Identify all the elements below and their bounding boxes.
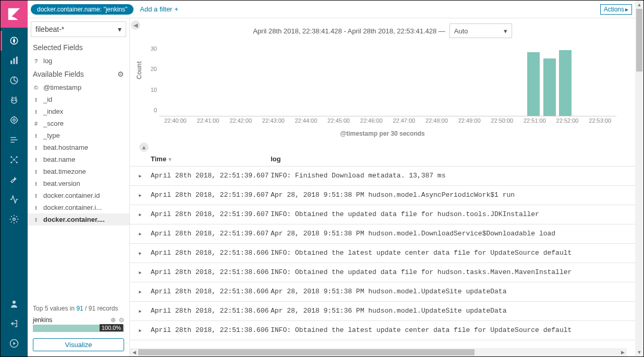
chart-bar[interactable] [527, 52, 540, 116]
nav-monitoring-icon[interactable] [1, 189, 28, 209]
field-type-icon: t [33, 205, 39, 211]
nav-user-icon[interactable] [1, 294, 28, 314]
nav-apm-icon[interactable] [1, 110, 28, 130]
expand-row-icon[interactable]: ▸ [130, 249, 151, 257]
field-row[interactable]: ?log [28, 55, 129, 67]
chevron-right-icon: ▸ [625, 6, 628, 13]
content-area: ◀ April 28th 2018, 22:38:41.428 - April … [130, 18, 635, 348]
add-filter-link[interactable]: Add a filter + [140, 5, 178, 13]
cell-log: INFO: Obtained the updated data file for… [271, 268, 635, 277]
field-value-name: jenkins [33, 316, 52, 324]
scroll-left-icon[interactable]: ◀ [130, 348, 138, 356]
col-log-header[interactable]: log [271, 155, 635, 163]
field-row[interactable]: tbeat.hostname [28, 141, 129, 153]
visualize-button[interactable]: Visualize [33, 338, 124, 351]
expand-row-icon[interactable]: ▸ [130, 268, 151, 277]
col-time-header[interactable]: Time▼ [151, 155, 271, 163]
cell-time: April 28th 2018, 22:51:38.606 [151, 249, 271, 257]
field-row[interactable]: tdocker.container.id [28, 189, 129, 201]
field-row[interactable]: ©@timestamp [28, 81, 129, 93]
expand-row-icon[interactable]: ▸ [130, 288, 151, 296]
field-row[interactable]: tdocker.container.i... [28, 201, 129, 213]
actions-button[interactable]: Actions ▸ [600, 4, 632, 15]
nav-timelion-icon[interactable] [1, 90, 28, 110]
field-row[interactable]: t_type [28, 129, 129, 141]
filter-bar: docker.container.name: "jenkins" Add a f… [28, 1, 635, 18]
fields-sidebar: filebeat-* ▾ Selected Fields ?log Availa… [28, 18, 130, 356]
collapse-chart-icon[interactable]: ▲ [139, 142, 149, 152]
field-name: _id [43, 96, 52, 103]
field-name: docker.container.id [43, 192, 100, 199]
collapse-sidebar-icon[interactable]: ◀ [131, 20, 140, 30]
kibana-logo[interactable] [1, 1, 28, 28]
filter-minus-icon[interactable]: ⊖ [119, 316, 124, 324]
field-name: _score [43, 120, 64, 127]
add-filter-label: Add a filter [140, 5, 172, 13]
field-name: _index [43, 108, 63, 115]
chart-bar[interactable] [559, 50, 572, 116]
field-type-icon: t [33, 133, 39, 139]
time-range-label: April 28th 2018, 22:38:41.428 - April 28… [138, 23, 627, 38]
nav-visualize-icon[interactable] [1, 51, 28, 70]
scroll-right-icon[interactable]: ▶ [618, 348, 627, 356]
cell-log: Apr 28, 2018 9:51:38 PM hudson.model.Upd… [271, 288, 635, 296]
scroll-thumb[interactable] [138, 349, 475, 355]
scroll-up-icon[interactable]: ▲ [635, 1, 643, 9]
y-tick: 30 [151, 45, 157, 52]
table-row: ▸April 28th 2018, 22:51:39.607INFO: Obta… [130, 205, 635, 224]
horizontal-scrollbar[interactable]: ◀ ▶ [130, 348, 627, 356]
nav-collapse-icon[interactable] [1, 334, 28, 353]
left-nav-rail [1, 1, 28, 356]
histogram-chart[interactable]: Count 0102030 22:40:0022:41:0022:42:0022… [159, 44, 616, 128]
filter-pill[interactable]: docker.container.name: "jenkins" [31, 4, 133, 15]
nav-dashboard-icon[interactable] [1, 70, 28, 90]
nav-list-icon[interactable] [1, 130, 28, 150]
chart-area: ◀ April 28th 2018, 22:38:41.428 - April … [130, 18, 635, 152]
field-row[interactable]: tbeat.name [28, 153, 129, 165]
expand-row-icon[interactable]: ▸ [130, 210, 151, 219]
cell-log: INFO: Obtained the latest update center … [271, 326, 635, 335]
field-row[interactable]: tbeat.timezone [28, 165, 129, 177]
gear-icon[interactable]: ⚙ [117, 70, 124, 78]
nav-management-icon[interactable] [1, 209, 28, 229]
table-row: ▸April 28th 2018, 22:51:38.606Apr 28, 20… [130, 302, 635, 321]
nav-discover-icon[interactable] [1, 31, 28, 51]
field-row[interactable]: t_index [28, 105, 129, 117]
y-axis-label: Count [136, 61, 143, 79]
nav-devtools-icon[interactable] [1, 170, 28, 189]
interval-select[interactable]: Auto ▾ [449, 23, 512, 38]
field-row[interactable]: #_score [28, 117, 129, 129]
nav-logout-icon[interactable] [1, 314, 28, 334]
table-row: ▸April 28th 2018, 22:51:39.607Apr 28, 20… [130, 186, 635, 205]
field-row[interactable]: tbeat.version [28, 177, 129, 189]
scroll-thumb[interactable] [636, 9, 642, 72]
field-row[interactable]: t_id [28, 93, 129, 105]
table-row: ▸April 28th 2018, 22:51:38.606INFO: Obta… [130, 263, 635, 282]
svg-rect-4 [16, 57, 18, 64]
x-tick: 22:43:00 [262, 117, 285, 124]
field-type-icon: t [33, 193, 39, 199]
expand-row-icon[interactable]: ▸ [130, 307, 151, 315]
selected-fields-title: Selected Fields [28, 40, 129, 55]
filter-plus-icon[interactable]: ⊕ [111, 316, 116, 324]
x-tick: 22:44:00 [295, 117, 317, 124]
field-row[interactable]: tdocker.container.... [28, 213, 129, 225]
scroll-down-icon[interactable]: ▼ [635, 348, 643, 356]
cell-time: April 28th 2018, 22:51:39.607 [151, 191, 271, 199]
caret-down-icon: ▾ [504, 27, 507, 35]
svg-rect-3 [14, 58, 15, 64]
y-tick: 20 [151, 66, 157, 72]
field-type-icon: t [33, 217, 39, 223]
svg-point-20 [13, 301, 16, 304]
vertical-scrollbar[interactable]: ▲ ▼ [635, 1, 643, 356]
field-type-icon: t [33, 169, 39, 175]
expand-row-icon[interactable]: ▸ [130, 326, 151, 335]
svg-point-7 [13, 100, 14, 101]
interval-value: Auto [454, 27, 468, 35]
nav-ml-icon[interactable] [1, 150, 28, 170]
expand-row-icon[interactable]: ▸ [130, 230, 151, 238]
index-pattern-select[interactable]: filebeat-* ▾ [31, 21, 126, 37]
expand-row-icon[interactable]: ▸ [130, 172, 151, 180]
chart-bar[interactable] [543, 58, 556, 116]
expand-row-icon[interactable]: ▸ [130, 191, 151, 199]
